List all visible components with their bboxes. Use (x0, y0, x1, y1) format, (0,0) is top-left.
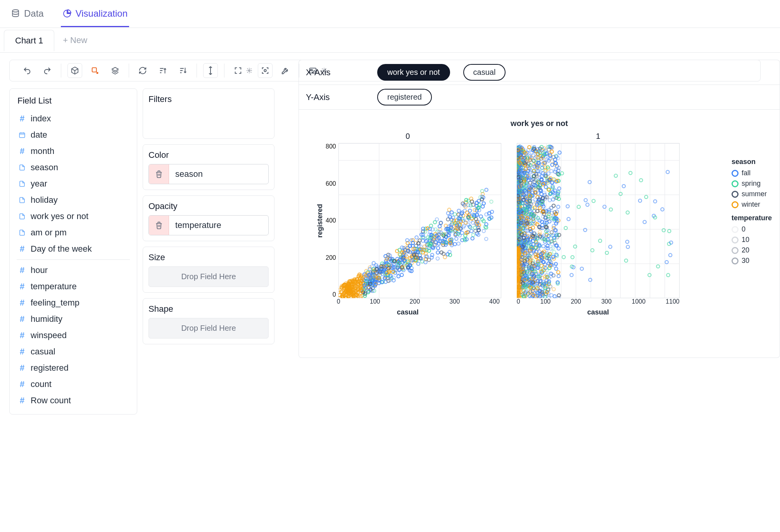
svg-point-742 (392, 276, 395, 279)
field-item[interactable]: #registered (13, 360, 134, 376)
x-field-casual[interactable]: casual (463, 64, 506, 81)
svg-point-2460 (518, 176, 521, 179)
remove-opacity-button[interactable] (149, 216, 169, 235)
svg-point-2506 (626, 211, 629, 214)
field-item[interactable]: #feeling_temp (13, 295, 134, 311)
svg-point-2408 (549, 240, 552, 243)
x-axis-row[interactable]: X-Axis work yes or not casual (299, 60, 780, 85)
field-item-label: year (31, 179, 47, 189)
y-field-registered[interactable]: registered (377, 89, 432, 105)
svg-point-2051 (537, 287, 540, 290)
field-item[interactable]: #count (13, 376, 134, 392)
svg-point-767 (369, 282, 373, 285)
svg-point-2395 (518, 238, 521, 241)
svg-point-2329 (528, 241, 531, 244)
field-item[interactable]: season (13, 159, 134, 176)
shape-dropzone[interactable]: Drop Field Here (148, 318, 269, 339)
fullscreen-button[interactable] (231, 63, 245, 78)
field-item[interactable]: holiday (13, 192, 134, 208)
legend-item[interactable]: summer (732, 190, 772, 198)
svg-point-2493 (586, 203, 589, 206)
axis-shelf: X-Axis work yes or not casual Y-Axis reg… (299, 60, 780, 110)
svg-point-2474 (648, 273, 651, 276)
svg-point-2521 (580, 267, 583, 270)
svg-point-2483 (669, 254, 672, 257)
focus-button[interactable] (258, 63, 273, 78)
svg-point-1711 (542, 212, 545, 216)
number-icon: # (18, 283, 26, 290)
legend-item[interactable]: 20 (732, 246, 772, 254)
svg-point-756 (375, 276, 378, 279)
svg-point-2388 (518, 251, 521, 254)
legend-item[interactable]: winter (732, 200, 772, 209)
color-field-chip[interactable]: season (148, 164, 269, 184)
field-item[interactable]: #winspeed (13, 327, 134, 344)
field-item[interactable]: #month (13, 143, 134, 159)
svg-point-2387 (524, 190, 527, 193)
field-item[interactable]: date (13, 127, 134, 143)
svg-point-705 (421, 239, 425, 242)
chart-tab-1[interactable]: Chart 1 (4, 30, 54, 51)
field-item[interactable]: #casual (13, 344, 134, 360)
refresh-button[interactable] (135, 63, 150, 78)
size-dropzone[interactable]: Drop Field Here (148, 266, 269, 287)
svg-point-2420 (517, 271, 519, 274)
sort-desc-button[interactable] (176, 63, 190, 78)
x-field-work[interactable]: work yes or not (377, 64, 450, 81)
svg-point-819 (425, 249, 428, 252)
field-item[interactable]: work yes or not (13, 208, 134, 225)
field-item[interactable]: #index (13, 111, 134, 127)
layers-button[interactable] (108, 63, 123, 78)
scatter-plot-0[interactable] (338, 143, 501, 298)
tab-visualization-label: Visualization (76, 8, 128, 19)
field-item[interactable]: #hour (13, 262, 134, 278)
wrench-button[interactable] (278, 63, 293, 78)
svg-point-2122 (552, 256, 555, 259)
legend-item[interactable]: 30 (732, 257, 772, 265)
undo-button[interactable] (20, 63, 35, 78)
legend-item[interactable]: fall (732, 169, 772, 177)
field-item[interactable]: year (13, 176, 134, 192)
legend-item[interactable]: 10 (732, 236, 772, 244)
svg-point-2367 (553, 163, 556, 166)
scatter-plot-1[interactable] (517, 143, 680, 298)
svg-point-833 (420, 233, 423, 236)
svg-point-2248 (524, 185, 527, 188)
y-axis-row[interactable]: Y-Axis registered (299, 85, 780, 110)
svg-point-0 (12, 10, 19, 12)
legend-item[interactable]: 0 (732, 225, 772, 233)
svg-point-594 (431, 247, 434, 250)
svg-point-2256 (536, 180, 539, 183)
database-icon (11, 9, 20, 18)
remove-color-button[interactable] (149, 164, 169, 184)
field-item[interactable]: am or pm (13, 225, 134, 241)
svg-point-838 (406, 250, 409, 253)
svg-point-615 (384, 280, 387, 283)
redo-button[interactable] (40, 63, 55, 78)
svg-point-510 (408, 269, 411, 272)
legend-item[interactable]: spring (732, 180, 772, 188)
opacity-field-chip[interactable]: temperature (148, 215, 269, 235)
xtick: 300 (601, 298, 612, 305)
fullscreen-settings-icon[interactable] (246, 67, 252, 74)
tab-data[interactable]: Data (9, 4, 45, 27)
cube-button[interactable] (67, 63, 82, 78)
mark-type-button[interactable] (88, 63, 102, 78)
svg-point-655 (469, 197, 473, 200)
piechart-icon (62, 9, 72, 18)
svg-point-2401 (528, 186, 531, 189)
field-item[interactable]: #Day of the week (13, 241, 134, 257)
filters-panel[interactable]: Filters (143, 88, 274, 139)
svg-point-2218 (554, 244, 557, 247)
expand-axis-button[interactable] (203, 63, 218, 78)
svg-point-848 (358, 273, 361, 276)
sort-asc-button[interactable] (155, 63, 170, 78)
new-chart-button[interactable]: + New (59, 30, 91, 51)
svg-point-729 (443, 238, 446, 241)
field-item[interactable]: #humidity (13, 311, 134, 327)
text-icon (18, 229, 26, 237)
svg-point-2070 (534, 198, 537, 201)
tab-visualization[interactable]: Visualization (61, 4, 129, 27)
field-item[interactable]: #temperature (13, 278, 134, 295)
field-item[interactable]: #Row count (13, 392, 134, 409)
